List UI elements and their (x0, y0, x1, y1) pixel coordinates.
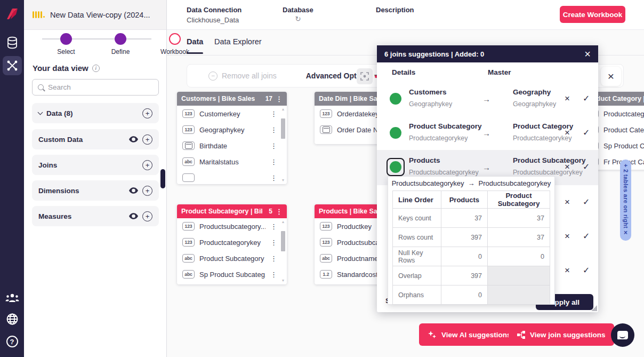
view-ai-suggestions-button[interactable]: View AI suggestions (419, 323, 520, 346)
field-row[interactable]: abc Sp Product Subcateg... ⋮ (177, 266, 287, 282)
field-menu-icon[interactable]: ⋮ (270, 158, 277, 165)
sidebar-group-custom-data[interactable]: Custom Data + (32, 129, 159, 149)
tab-data[interactable]: Data (187, 37, 203, 46)
accept-join-icon[interactable]: ✓ (583, 197, 590, 207)
scroll-up-icon[interactable]: ▲ (281, 107, 285, 112)
accept-join-icon[interactable]: ✓ (583, 162, 590, 172)
add-join-icon[interactable]: + (142, 160, 152, 170)
accept-join-icon[interactable]: ✓ (583, 265, 590, 275)
rail-item-joins-active[interactable] (3, 56, 22, 75)
stepper-define-dot[interactable] (115, 33, 126, 45)
scroll-down-icon[interactable]: ▼ (281, 278, 285, 283)
rail-item-language[interactable] (0, 312, 24, 326)
view-join-suggestions-button[interactable]: View join suggestions (509, 323, 614, 346)
field-menu-icon[interactable]: ⋮ (270, 239, 277, 246)
number-type-icon: 123 (320, 109, 332, 118)
add-data-icon[interactable]: + (142, 108, 152, 118)
add-custom-data-icon[interactable]: + (142, 134, 152, 145)
chevron-down-icon[interactable] (38, 110, 43, 115)
stepper-select-dot[interactable] (60, 33, 72, 45)
field-menu-icon[interactable]: ⋮ (270, 110, 277, 117)
stepper-workbook-dot[interactable] (169, 33, 181, 45)
eye-icon[interactable] (129, 187, 138, 194)
stepper-line (42, 38, 151, 39)
scroll-up-icon[interactable]: ▲ (281, 219, 285, 225)
reject-join-icon[interactable]: × (565, 93, 570, 104)
info-glyph: i (95, 66, 97, 71)
refresh-icon[interactable]: ↻ (283, 15, 313, 23)
sidebar-group-joins[interactable]: Joins + (32, 155, 159, 175)
main-header: Data Connection Clickhouse_Data Database… (167, 0, 644, 30)
app-logo[interactable] (0, 5, 24, 22)
badge-close-icon[interactable]: × (624, 229, 627, 236)
field-menu-icon[interactable]: ⋮ (270, 126, 277, 133)
view-ai-suggestions-label: View AI suggestions (441, 331, 511, 339)
card-scrollbar[interactable]: ▲ ▼ (280, 219, 286, 283)
scroll-thumb[interactable] (281, 118, 285, 139)
scroll-down-icon[interactable]: ▼ (281, 178, 285, 183)
fit-view-button[interactable] (357, 68, 373, 84)
card-menu-icon[interactable]: ⋮ (276, 96, 283, 102)
sidebar-group-data[interactable]: Data (8) + (32, 103, 159, 123)
join-suggestion-row[interactable]: Customers Geographykey → Geography Geogr… (377, 82, 598, 116)
add-measure-icon[interactable]: + (142, 211, 152, 221)
reject-join-icon[interactable]: × (565, 197, 570, 208)
card-menu-icon[interactable]: ⋮ (276, 208, 283, 215)
field-row-partial[interactable] (177, 282, 287, 284)
accept-join-icon[interactable]: ✓ (583, 93, 590, 104)
reject-join-icon[interactable]: × (565, 128, 570, 138)
info-icon[interactable]: i (92, 65, 100, 72)
card-header[interactable]: Customers | Bike Sales 17 ⋮ (177, 92, 287, 106)
sparkles-icon (428, 330, 437, 339)
reject-join-icon[interactable]: × (565, 265, 570, 276)
field-row[interactable]: 123 Productcategorykey ⋮ (177, 234, 287, 250)
description-label: Description (376, 6, 414, 14)
sidebar-group-dimensions[interactable]: Dimensions + (32, 180, 159, 201)
modal-close-icon[interactable]: × (584, 49, 591, 59)
field-menu-icon[interactable]: ⋮ (270, 223, 277, 230)
remove-all-joins-button[interactable]: − Remove all joins (208, 72, 277, 81)
field-row-partial[interactable]: ⋮ (177, 170, 287, 184)
col-line-order: Line Order (393, 191, 441, 209)
field-row[interactable]: Birthdate ⋮ (177, 138, 287, 154)
rail-item-users[interactable] (0, 291, 24, 304)
field-row[interactable]: 123 Customerkey ⋮ (177, 106, 287, 122)
field-name: Birthdate (199, 142, 265, 150)
chat-fab[interactable] (611, 323, 634, 347)
details-column-label: Details (392, 68, 415, 76)
card-scrollbar[interactable]: ▲ ▼ (280, 107, 286, 183)
reject-join-icon[interactable]: × (565, 162, 570, 172)
field-menu-icon[interactable]: ⋮ (270, 255, 277, 262)
rail-item-help[interactable]: ? (0, 335, 24, 348)
accept-join-icon[interactable]: ✓ (583, 128, 590, 138)
sidebar-group-measures[interactable]: Measures + (32, 206, 159, 226)
minus-circle-icon: − (208, 72, 218, 81)
eye-icon[interactable] (129, 136, 138, 142)
number-type-icon: 123 (320, 222, 332, 231)
field-row[interactable]: abc Product Subcategory ⋮ (177, 250, 287, 266)
reject-join-icon[interactable]: × (565, 231, 570, 242)
create-workbook-button[interactable]: Create Workbook (560, 6, 625, 23)
modal-header[interactable]: 6 joins suggestions | Added: 0 × (377, 45, 598, 62)
field-row[interactable]: 123 Geographykey ⋮ (177, 122, 287, 138)
scroll-thumb[interactable] (281, 231, 285, 251)
field-menu-icon[interactable]: ⋮ (270, 174, 277, 181)
join-suggestion-row[interactable]: Product Subcategory Productcategorykey →… (377, 116, 598, 150)
rail-item-data[interactable] (0, 35, 24, 50)
tab-data-explorer[interactable]: Data Explorer (214, 37, 262, 46)
accept-join-icon[interactable]: ✓ (583, 231, 590, 241)
eye-icon[interactable] (129, 213, 138, 219)
close-join-view-button[interactable]: × (601, 67, 621, 86)
sidebar-resize-handle[interactable] (160, 169, 165, 188)
connection-block: Data Connection Clickhouse_Data (187, 6, 241, 24)
card-header[interactable]: Product Subcategory | Bik... 5 ⋮ (177, 204, 287, 218)
text-type-icon (182, 173, 195, 182)
field-row[interactable]: 123 Productsubcategory... ⋮ (177, 218, 287, 234)
modal-resize-handle[interactable] (591, 305, 597, 311)
field-menu-icon[interactable]: ⋮ (270, 271, 277, 278)
field-menu-icon[interactable]: ⋮ (270, 142, 277, 149)
field-name: Sp Product Cate (603, 142, 644, 150)
field-row[interactable]: abc Maritalstatus ⋮ (177, 154, 287, 170)
add-dimension-icon[interactable]: + (142, 186, 152, 196)
search-input[interactable] (48, 83, 139, 91)
